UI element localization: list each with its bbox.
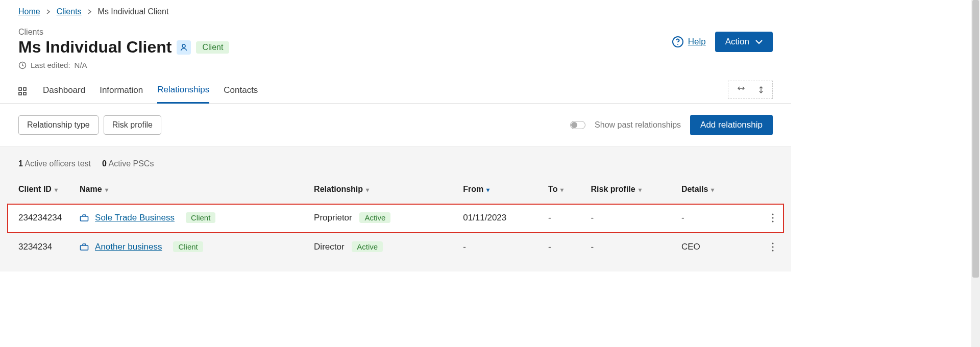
row-name-badge: Client bbox=[173, 241, 203, 252]
cell-risk: - bbox=[581, 203, 671, 232]
cell-relationship: Proprietor bbox=[314, 213, 352, 222]
cell-to: - bbox=[538, 232, 580, 261]
last-edited-label: Last edited: bbox=[31, 61, 70, 69]
page-title: Ms Individual Client bbox=[18, 38, 172, 57]
briefcase-icon bbox=[80, 243, 89, 251]
expand-controls[interactable] bbox=[728, 81, 773, 99]
arrow-horizontal-icon bbox=[737, 85, 746, 94]
cell-from: 01/11/2023 bbox=[453, 203, 538, 232]
breadcrumb-home[interactable]: Home bbox=[18, 7, 40, 16]
chevron-down-icon bbox=[755, 39, 763, 44]
cell-risk: - bbox=[581, 232, 671, 261]
action-button[interactable]: Action bbox=[715, 32, 773, 52]
col-risk-profile[interactable]: Risk profile▾ bbox=[581, 176, 671, 203]
client-badge: Client bbox=[196, 41, 229, 54]
row-actions-menu[interactable] bbox=[762, 232, 783, 261]
status-badge: Active bbox=[352, 241, 383, 252]
cell-details: CEO bbox=[671, 232, 762, 261]
chevron-right-icon bbox=[88, 9, 92, 14]
add-relationship-button[interactable]: Add relationship bbox=[690, 115, 773, 135]
row-actions-menu[interactable] bbox=[762, 203, 783, 232]
status-badge: Active bbox=[359, 212, 390, 223]
col-details[interactable]: Details▾ bbox=[671, 176, 762, 203]
cell-client-id: 234234234 bbox=[8, 203, 69, 232]
person-icon bbox=[177, 40, 191, 55]
breadcrumb: Home Clients Ms Individual Client bbox=[0, 0, 791, 19]
table-row: 3234234 Another business Client bbox=[8, 232, 783, 261]
filter-risk-profile[interactable]: Risk profile bbox=[104, 115, 161, 135]
col-to[interactable]: To▾ bbox=[538, 176, 580, 203]
svg-point-3 bbox=[677, 44, 678, 45]
svg-point-9 bbox=[772, 213, 774, 215]
col-name[interactable]: Name▾ bbox=[69, 176, 304, 203]
help-icon[interactable] bbox=[672, 36, 684, 48]
col-from[interactable]: From▾ bbox=[453, 176, 538, 203]
tab-relationships[interactable]: Relationships bbox=[157, 80, 209, 104]
row-name-badge: Client bbox=[186, 212, 215, 223]
tab-contacts[interactable]: Contacts bbox=[224, 80, 258, 103]
add-relationship-label: Add relationship bbox=[700, 120, 763, 130]
svg-point-0 bbox=[182, 44, 185, 47]
toggle-past-label: Show past relationships bbox=[595, 120, 681, 130]
svg-point-11 bbox=[772, 220, 774, 222]
svg-point-10 bbox=[772, 217, 774, 218]
svg-rect-8 bbox=[81, 216, 88, 221]
cell-to: - bbox=[538, 203, 580, 232]
svg-rect-12 bbox=[81, 245, 88, 250]
tab-information[interactable]: Information bbox=[100, 80, 143, 103]
col-relationship[interactable]: Relationship▾ bbox=[304, 176, 453, 203]
breadcrumb-clients[interactable]: Clients bbox=[57, 7, 82, 16]
svg-point-13 bbox=[772, 242, 774, 244]
breadcrumb-current: Ms Individual Client bbox=[98, 7, 169, 16]
tab-dashboard[interactable]: Dashboard bbox=[43, 80, 85, 103]
svg-rect-7 bbox=[23, 92, 26, 95]
table-row: 234234234 Sole Trade Business Client bbox=[8, 203, 783, 232]
scrollbar-thumb[interactable] bbox=[972, 0, 979, 271]
svg-point-14 bbox=[772, 246, 774, 247]
section-label: Clients bbox=[18, 28, 672, 37]
arrow-vertical-icon bbox=[758, 85, 764, 94]
briefcase-icon bbox=[80, 214, 89, 222]
cell-from: - bbox=[453, 232, 538, 261]
row-name-link[interactable]: Sole Trade Business bbox=[95, 213, 175, 223]
cell-details: - bbox=[671, 203, 762, 232]
svg-rect-6 bbox=[19, 92, 21, 95]
last-edited-value: N/A bbox=[75, 61, 87, 69]
cell-relationship: Director bbox=[314, 242, 345, 252]
help-link[interactable]: Help bbox=[688, 37, 706, 47]
action-button-label: Action bbox=[725, 37, 749, 47]
chevron-right-icon bbox=[46, 9, 51, 14]
svg-rect-4 bbox=[19, 88, 21, 90]
clock-icon bbox=[18, 61, 27, 69]
toggle-past-relationships[interactable] bbox=[570, 121, 585, 129]
cell-client-id: 3234234 bbox=[8, 232, 69, 261]
stat-pscs: 0 Active PSCs bbox=[102, 159, 154, 168]
svg-rect-5 bbox=[23, 88, 26, 90]
svg-point-15 bbox=[772, 250, 774, 251]
grid-icon[interactable] bbox=[18, 87, 29, 95]
row-name-link[interactable]: Another business bbox=[95, 242, 162, 252]
scrollbar[interactable] bbox=[971, 0, 980, 271]
filter-relationship-type[interactable]: Relationship type bbox=[18, 115, 99, 135]
stat-officers: 1 Active officers test bbox=[18, 159, 91, 168]
col-client-id[interactable]: Client ID▾ bbox=[8, 176, 69, 203]
